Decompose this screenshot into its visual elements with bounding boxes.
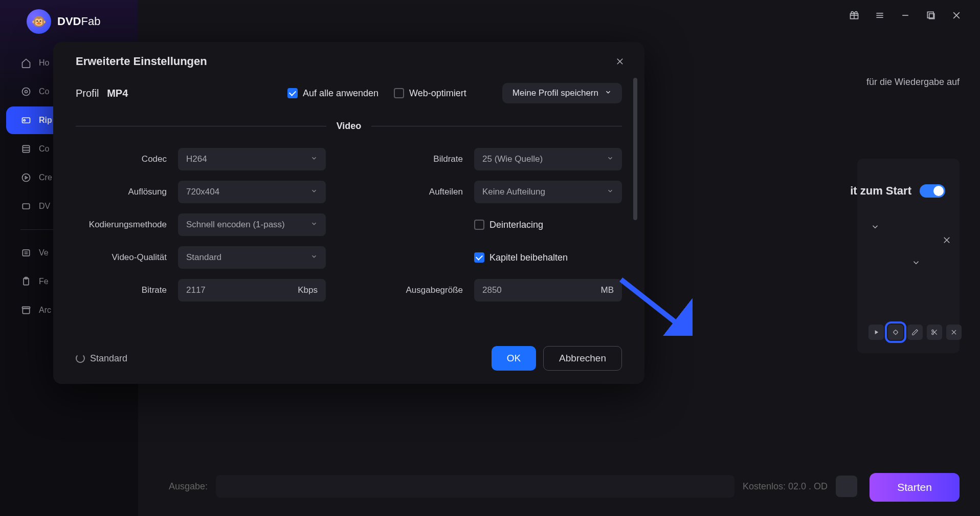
row-videoqualitaet: Video-Qualität Standard [76,246,326,269]
output-browse-button[interactable] [836,476,857,497]
profile-display: Profil MP4 [76,88,128,99]
brand-logo-icon: 🐵 [27,9,51,34]
menu-icon[interactable] [874,9,886,22]
ausgabegroesse-field[interactable]: 2850 MB [474,279,622,302]
creator-icon [20,172,32,183]
save-profile-label: Meine Profil speichern [513,88,598,98]
ausgabegroesse-unit: MB [601,285,614,295]
aufloesung-dropdown[interactable]: 720x404 [178,181,326,203]
cancel-button[interactable]: Abbrechen [543,346,622,371]
sidebar-item-label: DV [39,202,50,211]
queue-header: it zum Start [850,184,945,198]
ausgabegroesse-label: Ausgabegröße [372,285,474,295]
aufteilen-dropdown[interactable]: Keine Aufteilung [474,181,622,203]
minimize-icon[interactable] [899,9,911,22]
sidebar-item-label: Co [39,87,49,96]
sidebar-item-label: Fe [39,277,49,286]
row-bildrate: Bildrate 25 (Wie Quelle) [372,148,622,170]
archive-icon [20,305,32,316]
reset-standard-button[interactable]: Standard [76,353,127,364]
sidebar-item-label: Ve [39,248,49,257]
row-ausgabegroesse: Ausgabegröße 2850 MB [372,279,622,302]
row-kodierung: Kodierungsmethode Schnell encoden (1-pas… [76,213,326,236]
chevron-down-icon [310,187,318,197]
svg-rect-24 [23,307,30,308]
chevron-down-icon [310,154,318,164]
svg-rect-5 [927,12,933,18]
list-icon [20,247,32,259]
svg-point-9 [23,88,30,96]
chevron-down-icon [310,252,318,263]
section-divider: Video [53,114,644,137]
kodierung-value: Schnell encoden (1-pass) [186,220,285,230]
output-path-field[interactable] [216,475,734,498]
kodierung-label: Kodierungsmethode [76,220,178,230]
output-label: Ausgabe: [169,481,208,492]
divider-line [76,126,326,126]
bildrate-dropdown[interactable]: 25 (Wie Quelle) [474,148,622,170]
apply-all-checkbox[interactable]: Auf alle anwenden [287,88,378,99]
checkbox-icon [474,252,484,263]
videoqualitaet-dropdown[interactable]: Standard [178,246,326,269]
codec-value: H264 [186,154,207,164]
track-play-button[interactable] [868,325,884,340]
aufloesung-value: 720x404 [186,187,219,197]
bildrate-value: 25 (Wie Quelle) [482,154,543,164]
videoqualitaet-label: Video-Qualität [76,252,178,263]
maximize-icon[interactable] [925,9,937,22]
row-bitrate: Bitrate 2117 Kbps [76,279,326,302]
svg-point-29 [932,333,934,335]
sidebar-item-label: Cre [39,173,52,182]
track-cut-button[interactable] [927,325,942,340]
svg-point-12 [24,119,25,121]
track-settings-button[interactable] [888,325,903,340]
queue-close-icon[interactable] [942,235,951,247]
save-profile-dropdown[interactable]: Meine Profil speichern [502,83,622,103]
chevron-down-icon [310,220,318,230]
ok-button[interactable]: OK [492,346,536,371]
kapitel-checkbox[interactable]: Kapitel beibehalten [474,252,568,263]
deinterlacing-checkbox[interactable]: Deinterlacing [474,220,543,230]
bitrate-field[interactable]: 2117 Kbps [178,279,326,302]
gift-icon[interactable] [848,9,860,22]
settings-grid: Codec H264 Bildrate 25 (Wie Quelle) Aufl… [53,137,644,307]
kodierung-dropdown[interactable]: Schnell encoden (1-pass) [178,213,326,236]
svg-point-27 [894,331,898,334]
disc-icon [20,86,32,97]
bildrate-label: Bildrate [372,154,474,164]
chevron-down-icon[interactable] [871,222,880,233]
row-aufteilen: Aufteilen Keine Aufteilung [372,181,622,203]
svg-point-28 [932,330,934,332]
svg-rect-13 [23,145,29,152]
web-optimized-checkbox[interactable]: Web-optimiert [394,88,466,99]
close-window-icon[interactable] [950,9,963,22]
profile-label: Profil [76,88,99,99]
reset-label: Standard [90,353,127,364]
bitrate-unit: Kbps [298,285,318,295]
cancel-label: Abbrechen [559,353,606,364]
checkbox-icon [287,88,298,98]
modal-header: Erweiterte Einstellungen [53,42,644,78]
advanced-settings-modal: Erweiterte Einstellungen Profil MP4 Auf … [53,42,644,384]
modal-title: Erweiterte Einstellungen [76,55,207,68]
start-button[interactable]: Starten [870,473,960,502]
chevron-down-icon [607,154,614,164]
modal-top-row: Profil MP4 Auf alle anwenden Web-optimie… [53,78,644,114]
home-icon [20,57,32,69]
track-edit-button[interactable] [907,325,923,340]
box-icon [20,201,32,212]
svg-rect-17 [23,204,29,209]
svg-point-10 [25,91,28,93]
sidebar-item-label: Co [39,144,49,154]
queue-toggle[interactable] [920,184,945,198]
bitrate-label: Bitrate [76,285,178,295]
track-remove-button[interactable] [946,325,962,340]
codec-dropdown[interactable]: H264 [178,148,326,170]
modal-close-icon[interactable] [613,54,627,69]
output-row: Ausgabe: Kostenlos: 02.0 . OD [169,474,857,499]
window-titlebar [848,0,980,31]
brand-name-bold: DVD [57,15,81,28]
chevron-down-icon[interactable] [911,258,921,269]
kapitel-label: Kapitel beibehalten [489,252,568,263]
start-button-label: Starten [897,481,932,493]
